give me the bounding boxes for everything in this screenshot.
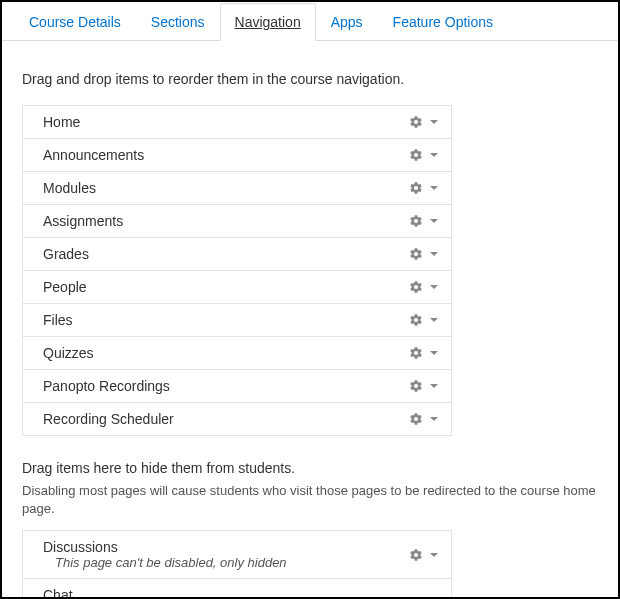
nav-item-label: People — [43, 279, 87, 295]
settings-tabs: Course Details Sections Navigation Apps … — [2, 2, 618, 41]
nav-item[interactable]: Panopto Recordings — [23, 370, 451, 403]
nav-item-sublabel: This page can't be disabled, only hidden — [43, 555, 287, 570]
nav-item[interactable]: People — [23, 271, 451, 304]
reorder-instructions: Drag and drop items to reorder them in t… — [22, 71, 598, 87]
caret-down-icon[interactable] — [429, 216, 439, 226]
nav-item-actions[interactable] — [409, 181, 439, 195]
caret-down-icon[interactable] — [429, 414, 439, 424]
nav-item-label: Quizzes — [43, 345, 94, 361]
nav-item-label: Recording Scheduler — [43, 411, 174, 427]
nav-item-label-wrap: Assignments — [43, 213, 123, 229]
gear-icon[interactable] — [409, 346, 423, 360]
gear-icon[interactable] — [409, 412, 423, 426]
nav-item-actions[interactable] — [409, 247, 439, 261]
gear-icon[interactable] — [409, 247, 423, 261]
nav-item-label: Files — [43, 312, 73, 328]
nav-item[interactable]: Quizzes — [23, 337, 451, 370]
hidden-section-title: Drag items here to hide them from studen… — [22, 460, 598, 476]
nav-item[interactable]: Recording Scheduler — [23, 403, 451, 436]
tab-feature-options[interactable]: Feature Options — [378, 3, 508, 41]
navigation-panel: Drag and drop items to reorder them in t… — [2, 41, 618, 599]
nav-item-label-wrap: Grades — [43, 246, 89, 262]
nav-item[interactable]: Grades — [23, 238, 451, 271]
caret-down-icon[interactable] — [429, 117, 439, 127]
nav-item-label-wrap: DiscussionsThis page can't be disabled, … — [43, 539, 287, 570]
settings-frame: Course Details Sections Navigation Apps … — [0, 0, 620, 599]
hidden-nav-list[interactable]: DiscussionsThis page can't be disabled, … — [22, 530, 452, 599]
nav-item[interactable]: Assignments — [23, 205, 451, 238]
nav-item-actions[interactable] — [409, 115, 439, 129]
nav-item-label: Assignments — [43, 213, 123, 229]
nav-item[interactable]: Announcements — [23, 139, 451, 172]
gear-icon[interactable] — [409, 379, 423, 393]
tab-sections[interactable]: Sections — [136, 3, 220, 41]
nav-item[interactable]: Files — [23, 304, 451, 337]
nav-item-label: Discussions — [43, 539, 287, 555]
enabled-nav-list[interactable]: HomeAnnouncementsModulesAssignmentsGrade… — [22, 105, 452, 436]
gear-icon[interactable] — [409, 313, 423, 327]
nav-item-label: Announcements — [43, 147, 144, 163]
nav-item-actions[interactable] — [409, 379, 439, 393]
gear-icon[interactable] — [409, 148, 423, 162]
caret-down-icon[interactable] — [429, 550, 439, 560]
gear-icon[interactable] — [409, 115, 423, 129]
gear-icon[interactable] — [409, 280, 423, 294]
nav-item-label-wrap: Recording Scheduler — [43, 411, 174, 427]
nav-item-label: Panopto Recordings — [43, 378, 170, 394]
tab-course-details[interactable]: Course Details — [14, 3, 136, 41]
nav-item-label-wrap: Panopto Recordings — [43, 378, 170, 394]
nav-item-label: Grades — [43, 246, 89, 262]
nav-item-label: Chat — [43, 587, 295, 599]
nav-item-actions[interactable] — [409, 148, 439, 162]
nav-item-label-wrap: ChatPage disabled, won't appear in navig… — [43, 587, 295, 599]
nav-item[interactable]: DiscussionsThis page can't be disabled, … — [23, 531, 451, 579]
caret-down-icon[interactable] — [429, 348, 439, 358]
nav-item[interactable]: ChatPage disabled, won't appear in navig… — [23, 579, 451, 599]
caret-down-icon[interactable] — [429, 249, 439, 259]
hidden-section-note: Disabling most pages will cause students… — [22, 482, 598, 518]
tab-apps[interactable]: Apps — [316, 3, 378, 41]
nav-item-actions[interactable] — [409, 280, 439, 294]
caret-down-icon[interactable] — [429, 282, 439, 292]
caret-down-icon[interactable] — [429, 150, 439, 160]
nav-item-actions[interactable] — [409, 412, 439, 426]
nav-item-label: Modules — [43, 180, 96, 196]
nav-item-label-wrap: People — [43, 279, 87, 295]
nav-item-label: Home — [43, 114, 80, 130]
gear-icon[interactable] — [409, 548, 423, 562]
nav-item-label-wrap: Files — [43, 312, 73, 328]
gear-icon[interactable] — [409, 181, 423, 195]
nav-item-label-wrap: Home — [43, 114, 80, 130]
caret-down-icon[interactable] — [429, 183, 439, 193]
caret-down-icon[interactable] — [429, 315, 439, 325]
nav-item-label-wrap: Quizzes — [43, 345, 94, 361]
nav-item-actions[interactable] — [409, 214, 439, 228]
nav-item-label-wrap: Announcements — [43, 147, 144, 163]
nav-item-label-wrap: Modules — [43, 180, 96, 196]
caret-down-icon[interactable] — [429, 381, 439, 391]
nav-item[interactable]: Home — [23, 106, 451, 139]
nav-item-actions[interactable] — [409, 313, 439, 327]
nav-item-actions[interactable] — [409, 346, 439, 360]
nav-item-actions[interactable] — [409, 548, 439, 562]
tab-navigation[interactable]: Navigation — [220, 3, 316, 41]
gear-icon[interactable] — [409, 214, 423, 228]
nav-item[interactable]: Modules — [23, 172, 451, 205]
